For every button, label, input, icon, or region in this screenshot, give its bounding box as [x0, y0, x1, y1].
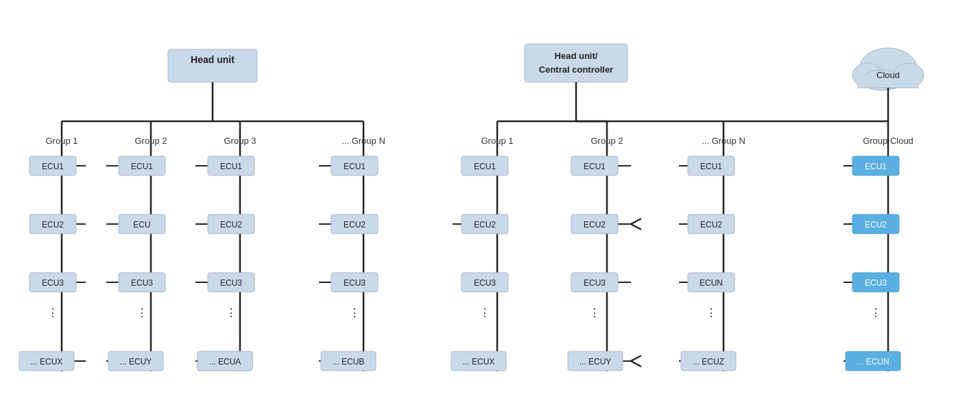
main-diagram: Head unit Group 1 ECU1 ECU2 ECU3 ⋮ ... E…: [17, 15, 964, 406]
svg-text:⋮: ⋮: [589, 307, 600, 319]
right-g2-split-ecu2: [631, 219, 641, 230]
svg-text:... ECUA: ... ECUA: [208, 357, 241, 367]
svg-text:⋮: ⋮: [706, 307, 717, 319]
svg-text:... ECUX: ... ECUX: [462, 357, 494, 367]
left-head-unit-label: Head unit: [191, 54, 235, 65]
svg-text:ECU1: ECU1: [130, 162, 152, 171]
svg-text:... ECUY: ... ECUY: [119, 357, 152, 367]
right-groupN-label: ... Group N: [702, 136, 745, 146]
right-group1-label: Group 1: [481, 136, 513, 146]
svg-text:ECU1: ECU1: [41, 162, 63, 171]
svg-text:ECU3: ECU3: [219, 278, 241, 288]
svg-text:ECU1: ECU1: [864, 162, 886, 171]
svg-text:ECU3: ECU3: [864, 278, 886, 288]
right-group2-label: Group 2: [590, 136, 623, 146]
svg-text:ECU3: ECU3: [130, 278, 152, 288]
svg-text:ECU2: ECU2: [41, 220, 63, 230]
left-group1-label: Group 1: [45, 136, 77, 146]
svg-text:ECU2: ECU2: [473, 220, 495, 230]
svg-text:ECU1: ECU1: [700, 162, 721, 171]
svg-text:ECU2: ECU2: [219, 220, 241, 230]
svg-text:ECU3: ECU3: [583, 278, 605, 288]
right-groupcloud-label: Group Cloud: [863, 136, 913, 146]
svg-text:... ECUB: ... ECUB: [332, 357, 364, 367]
svg-text:⋮: ⋮: [226, 307, 237, 319]
svg-text:ECUN: ECUN: [699, 278, 722, 288]
svg-text:⋮: ⋮: [136, 307, 147, 319]
cloud-shape: Cloud: [852, 48, 924, 90]
svg-text:ECU1: ECU1: [219, 162, 241, 171]
left-group3-label: Group 3: [224, 136, 256, 146]
svg-text:ECU1: ECU1: [343, 162, 365, 171]
right-g2-split-ecuy: [631, 356, 641, 367]
svg-text:... ECUY: ... ECUY: [579, 357, 611, 367]
svg-text:ECU3: ECU3: [473, 278, 495, 288]
svg-text:... ECUX: ... ECUX: [30, 357, 62, 367]
left-groupN-label: ... Group N: [342, 136, 385, 146]
svg-text:⋮: ⋮: [349, 307, 360, 319]
svg-text:ECU: ECU: [133, 220, 150, 230]
svg-text:ECU1: ECU1: [583, 162, 605, 171]
svg-text:... ECUN: ... ECUN: [857, 357, 889, 367]
svg-text:ECU1: ECU1: [473, 162, 495, 171]
svg-text:ECU2: ECU2: [700, 220, 721, 230]
left-group2-label: Group 2: [134, 136, 167, 146]
svg-text:Central controller: Central controller: [538, 64, 612, 75]
svg-text:⋮: ⋮: [870, 307, 881, 319]
svg-text:⋮: ⋮: [479, 307, 490, 319]
svg-text:... ECUZ: ... ECUZ: [692, 357, 724, 367]
svg-text:ECU3: ECU3: [343, 278, 365, 288]
right-head-unit-box: [525, 44, 628, 82]
svg-text:ECU2: ECU2: [583, 220, 605, 230]
svg-text:ECU2: ECU2: [343, 220, 365, 230]
svg-text:ECU3: ECU3: [41, 278, 63, 288]
svg-text:Cloud: Cloud: [876, 70, 900, 80]
right-head-unit-label: Head unit/: [554, 51, 597, 61]
svg-text:⋮: ⋮: [47, 307, 58, 319]
svg-text:ECU2: ECU2: [864, 220, 886, 230]
